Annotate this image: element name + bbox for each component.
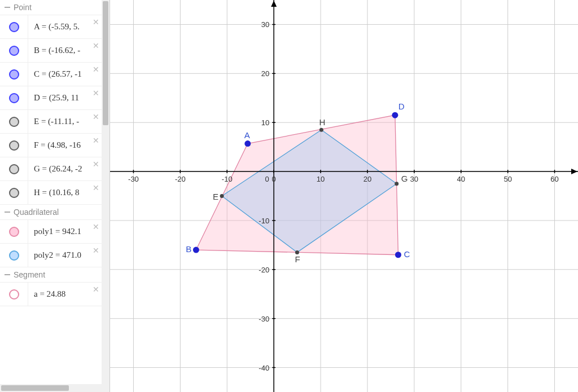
close-icon[interactable]: ✕	[93, 222, 99, 231]
sidebar-content: PointA = (-5.59, 5.✕B = (-16.62, -✕C = (…	[0, 0, 102, 384]
point-G[interactable]	[395, 182, 399, 186]
x-tick-label: 30	[410, 175, 418, 183]
point-label-A: A	[244, 130, 250, 140]
sidebar-hscrollbar[interactable]	[0, 384, 102, 392]
algebra-expression[interactable]: poly2 = 471.0	[28, 250, 81, 260]
color-dot-icon	[9, 93, 19, 103]
algebra-row-a[interactable]: a = 24.88✕	[0, 283, 102, 306]
sidebar-vscroll-thumb[interactable]	[103, 1, 108, 125]
algebra-expression[interactable]: C = (26.57, -1	[28, 69, 82, 79]
y-tick-label: -20	[259, 266, 269, 274]
close-icon[interactable]: ✕	[93, 41, 99, 50]
close-icon[interactable]: ✕	[93, 112, 99, 121]
category-label: Segment	[14, 270, 45, 279]
sidebar-vscrollbar[interactable]	[102, 0, 110, 392]
close-icon[interactable]: ✕	[93, 160, 99, 169]
point-label-C: C	[404, 249, 410, 259]
x-tick-label: 0	[272, 175, 276, 183]
algebra-expression[interactable]: F = (4.98, -16	[28, 140, 81, 150]
close-icon[interactable]: ✕	[93, 89, 99, 98]
algebra-row-E[interactable]: E = (-11.11, -✕	[0, 110, 102, 134]
algebra-expression[interactable]: H = (10.16, 8	[28, 188, 80, 197]
color-dot-icon	[9, 22, 19, 32]
point-B[interactable]	[193, 247, 199, 253]
algebra-row-G[interactable]: G = (26.24, -2✕	[0, 157, 102, 181]
graphics-view[interactable]: -30-20-100102030405060-40-30-20-10102030…	[110, 0, 578, 392]
close-icon[interactable]: ✕	[93, 17, 99, 27]
point-C[interactable]	[395, 252, 401, 258]
point-A[interactable]	[244, 140, 251, 147]
collapse-icon[interactable]	[5, 274, 10, 275]
x-axis-arrow-icon	[571, 169, 577, 174]
algebra-row-D[interactable]: D = (25.9, 11✕	[0, 86, 102, 110]
algebra-expression[interactable]: G = (26.24, -2	[28, 164, 82, 174]
algebra-row-C[interactable]: C = (26.57, -1✕	[0, 63, 102, 86]
app-root: PointA = (-5.59, 5.✕B = (-16.62, -✕C = (…	[0, 0, 578, 392]
sidebar-hscroll-thumb[interactable]	[1, 385, 69, 391]
y-tick-label: -10	[259, 217, 269, 225]
color-cell[interactable]	[0, 244, 28, 267]
algebra-expression[interactable]: a = 24.88	[28, 289, 65, 299]
category-label: Point	[14, 3, 32, 12]
x-tick-label: 50	[503, 175, 511, 183]
point-D[interactable]	[392, 112, 398, 118]
algebra-row-poly1[interactable]: poly1 = 942.1✕	[0, 220, 102, 244]
point-label-B: B	[186, 244, 191, 254]
color-cell[interactable]	[0, 39, 28, 62]
color-dot-icon	[9, 188, 19, 198]
algebra-expression[interactable]: D = (25.9, 11	[28, 93, 79, 103]
color-cell[interactable]	[0, 110, 28, 133]
color-dot-icon	[9, 140, 19, 151]
color-dot-icon	[9, 227, 19, 237]
color-dot-icon	[9, 250, 19, 261]
color-cell[interactable]	[0, 220, 28, 243]
collapse-icon[interactable]	[5, 212, 10, 213]
algebra-expression[interactable]: poly1 = 942.1	[28, 227, 81, 236]
algebra-row-A[interactable]: A = (-5.59, 5.✕	[0, 15, 102, 39]
color-cell[interactable]	[0, 63, 28, 86]
y-tick-label: 10	[261, 118, 269, 127]
algebra-expression[interactable]: B = (-16.62, -	[28, 46, 80, 55]
color-dot-icon	[9, 46, 19, 56]
y-tick-label: 20	[261, 69, 269, 78]
graph-canvas[interactable]: -30-20-100102030405060-40-30-20-10102030…	[110, 0, 578, 392]
category-header-point[interactable]: Point	[0, 0, 102, 15]
color-dot-icon	[9, 164, 19, 174]
y-tick-label: -40	[259, 364, 269, 372]
algebra-sidebar: PointA = (-5.59, 5.✕B = (-16.62, -✕C = (…	[0, 0, 110, 392]
close-icon[interactable]: ✕	[93, 183, 99, 192]
category-header-segment[interactable]: Segment	[0, 267, 102, 283]
color-dot-icon	[9, 289, 19, 299]
algebra-row-poly2[interactable]: poly2 = 471.0✕	[0, 244, 102, 267]
x-tick-label: 40	[457, 175, 465, 183]
point-E[interactable]	[220, 194, 224, 198]
color-cell[interactable]	[0, 86, 28, 109]
close-icon[interactable]: ✕	[93, 65, 99, 74]
category-label: Quadrilateral	[14, 208, 59, 217]
point-F[interactable]	[295, 250, 299, 254]
color-dot-icon	[9, 69, 19, 80]
algebra-expression[interactable]: A = (-5.59, 5.	[28, 22, 80, 32]
point-label-H: H	[319, 117, 325, 127]
algebra-row-H[interactable]: H = (10.16, 8✕	[0, 181, 102, 205]
close-icon[interactable]: ✕	[93, 285, 99, 294]
point-label-D: D	[399, 102, 405, 111]
color-cell[interactable]	[0, 181, 28, 204]
x-tick-label: 60	[550, 175, 558, 183]
point-H[interactable]	[319, 128, 323, 132]
color-cell[interactable]	[0, 157, 28, 180]
y-tick-label: 30	[261, 20, 269, 29]
point-label-E: E	[213, 192, 218, 201]
color-cell[interactable]	[0, 134, 28, 157]
algebra-row-F[interactable]: F = (4.98, -16✕	[0, 134, 102, 157]
color-cell[interactable]	[0, 283, 28, 306]
collapse-icon[interactable]	[5, 7, 10, 8]
close-icon[interactable]: ✕	[93, 136, 99, 145]
algebra-expression[interactable]: E = (-11.11, -	[28, 117, 79, 126]
category-header-quadrilateral[interactable]: Quadrilateral	[0, 205, 102, 220]
x-tick-label: -20	[175, 175, 186, 183]
point-label-G: G	[401, 174, 408, 183]
color-cell[interactable]	[0, 15, 28, 38]
algebra-row-B[interactable]: B = (-16.62, -✕	[0, 39, 102, 63]
close-icon[interactable]: ✕	[93, 246, 99, 255]
